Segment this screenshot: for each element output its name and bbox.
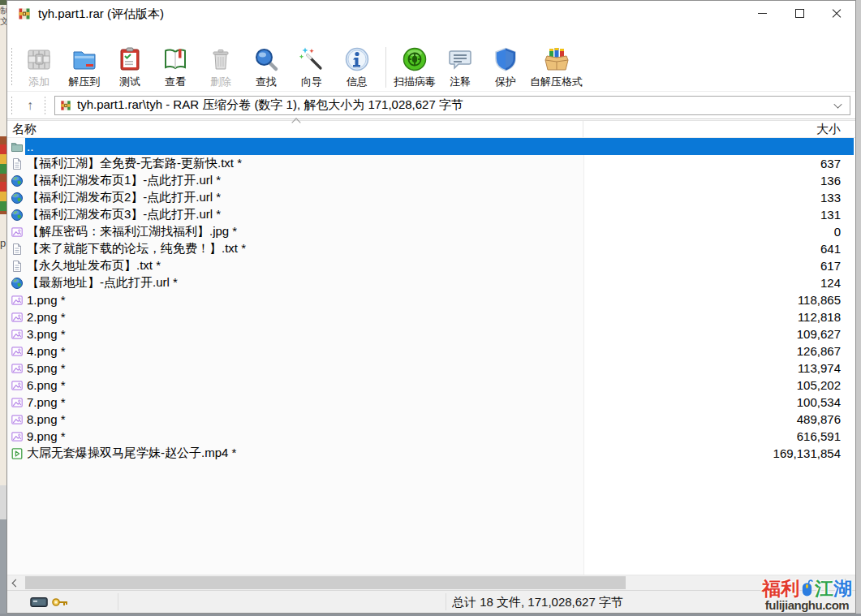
address-combobox[interactable]: tyh.part1.rar\tyh - RAR 压缩分卷 (数字 1), 解包大… bbox=[54, 96, 850, 115]
file-size: 105,202 bbox=[711, 378, 855, 392]
file-row[interactable]: 3.png * 109,627 bbox=[7, 325, 855, 342]
file-row[interactable]: 【福利江湖】全免费-无套路-更新快.txt * 637 bbox=[7, 155, 855, 172]
file-size: 617 bbox=[711, 259, 855, 273]
toolbar-button[interactable]: 扫描病毒 bbox=[392, 46, 437, 89]
close-icon bbox=[832, 9, 842, 19]
file-size: 0 bbox=[711, 225, 855, 239]
file-size: 109,627 bbox=[711, 327, 855, 341]
winrar-window: tyh.part1.rar (评估版本) 添加 解压到 bbox=[6, 0, 856, 614]
winrar-app-icon bbox=[17, 7, 32, 20]
file-type-icon bbox=[11, 157, 24, 170]
file-row[interactable]: 【福利江湖发布页2】-点此打开.url * 133 bbox=[7, 189, 855, 206]
file-row[interactable]: 4.png * 126,867 bbox=[7, 342, 855, 360]
toolbar-button-label: 保护 bbox=[495, 75, 516, 89]
column-header-size[interactable]: 大小 bbox=[583, 122, 855, 137]
file-size: 637 bbox=[711, 157, 855, 170]
file-row[interactable]: 6.png * 105,202 bbox=[7, 377, 855, 394]
address-bar-gripper[interactable] bbox=[11, 97, 13, 114]
toolbar-button-label: 添加 bbox=[28, 75, 50, 89]
toolbar-button[interactable]: 删除 bbox=[198, 46, 243, 89]
file-row[interactable]: 【福利江湖发布页1】-点此打开.url * 136 bbox=[7, 172, 855, 189]
toolbar-button-label: 自解压格式 bbox=[530, 75, 583, 89]
file-row[interactable]: 【福利江湖发布页3】-点此打开.url * 131 bbox=[7, 206, 855, 223]
scroll-left-button[interactable] bbox=[7, 575, 23, 590]
window-controls bbox=[743, 1, 855, 27]
toolbar-gripper[interactable] bbox=[11, 48, 13, 87]
maximize-button[interactable] bbox=[781, 1, 818, 26]
file-size: 489,876 bbox=[711, 412, 855, 426]
toolbar-button[interactable]: 测试 bbox=[107, 46, 153, 89]
statusbar-separator bbox=[446, 593, 446, 610]
file-type-icon bbox=[11, 396, 24, 409]
file-row[interactable]: 【来了就能下载的论坛，纯免费！】.txt * 641 bbox=[7, 240, 855, 257]
minimize-button[interactable] bbox=[743, 1, 781, 26]
toolbar-button-label: 查找 bbox=[256, 75, 277, 89]
toolbar-button[interactable]: 信息 bbox=[334, 46, 380, 89]
up-one-level-button[interactable]: ↑ bbox=[16, 96, 44, 115]
command-prompt-icon[interactable] bbox=[30, 596, 48, 609]
toolbar-button[interactable]: 解压到 bbox=[62, 46, 107, 89]
toolbar-button-icon bbox=[402, 46, 428, 72]
address-path: tyh.part1.rar\tyh - RAR 压缩分卷 (数字 1), 解包大… bbox=[77, 97, 829, 113]
file-row[interactable]: 大屌无套爆操双马尾学妹-赵公子.mp4 * 169,131,854 bbox=[7, 445, 855, 462]
totals-text: 总计 18 文件, 171,028,627 字节 bbox=[452, 595, 623, 610]
file-type-icon bbox=[11, 174, 24, 187]
toolbar-button-label: 信息 bbox=[347, 75, 368, 89]
desktop-fragment bbox=[0, 0, 6, 5]
toolbar: 添加 解压到 测试 查看 删除 查找 bbox=[7, 44, 855, 92]
toolbar-button-label: 测试 bbox=[119, 75, 140, 89]
address-bar-row: ↑ tyh.part1.rar\tyh - RAR 压缩分卷 (数字 1), 解… bbox=[7, 92, 855, 119]
watermark-text-right-a: 江 bbox=[815, 579, 833, 598]
toolbar-button[interactable]: 向导 bbox=[289, 46, 334, 89]
file-row[interactable]: 5.png * 113,974 bbox=[7, 360, 855, 377]
file-row[interactable]: 【永久地址发布页】.txt * 617 bbox=[7, 257, 855, 274]
file-size: 124 bbox=[711, 276, 855, 290]
file-name: 7.png * bbox=[27, 395, 711, 409]
file-name: 【福利江湖】全免费-无套路-更新快.txt * bbox=[27, 156, 711, 171]
toolbar-button-label: 删除 bbox=[210, 75, 231, 89]
toolbar-buttons: 添加 解压到 测试 查看 删除 查找 bbox=[16, 46, 584, 89]
file-row[interactable]: 【解压密码：来福利江湖找福利】.jpg * 0 bbox=[7, 223, 855, 240]
key-icon[interactable] bbox=[51, 596, 69, 609]
toolbar-button[interactable]: 注释 bbox=[437, 46, 483, 89]
file-name: 4.png * bbox=[27, 344, 711, 358]
file-row[interactable]: 7.png * 100,534 bbox=[7, 394, 855, 411]
address-bar-gripper[interactable] bbox=[44, 97, 46, 114]
file-size: 131 bbox=[711, 208, 855, 222]
desktop-icon-label-fragment: 制文 bbox=[0, 6, 6, 27]
file-name: 【最新地址】-点此打开.url * bbox=[27, 275, 711, 291]
file-row[interactable]: 8.png * 489,876 bbox=[7, 411, 855, 428]
scrollbar-thumb[interactable] bbox=[25, 576, 626, 589]
toolbar-button[interactable]: 添加 bbox=[16, 46, 62, 89]
desktop-background-strip: 制文 p bbox=[0, 0, 6, 616]
file-row[interactable]: 1.png * 118,865 bbox=[7, 291, 855, 308]
horizontal-scrollbar[interactable] bbox=[7, 575, 855, 590]
chevron-down-icon[interactable] bbox=[833, 100, 842, 108]
toolbar-button[interactable]: 查看 bbox=[153, 46, 198, 89]
file-row[interactable]: 9.png * 616,591 bbox=[7, 428, 855, 445]
toolbar-button-label: 注释 bbox=[450, 75, 471, 89]
file-name: .. bbox=[27, 140, 711, 153]
file-type-icon bbox=[11, 192, 24, 205]
file-type-icon bbox=[11, 243, 24, 256]
toolbar-button-icon bbox=[447, 46, 473, 72]
toolbar-button[interactable]: 自解压格式 bbox=[528, 46, 584, 89]
file-row[interactable]: .. bbox=[7, 138, 855, 155]
file-list: .. 【福利江湖】全免费-无套路-更新快.txt * 637 【福利江湖发布页1… bbox=[7, 138, 855, 575]
desktop-fragment bbox=[0, 485, 6, 519]
file-name: 【来了就能下载的论坛，纯免费！】.txt * bbox=[27, 241, 711, 256]
file-row[interactable]: 2.png * 112,818 bbox=[7, 308, 855, 325]
file-name: 8.png * bbox=[27, 412, 711, 426]
toolbar-button-icon bbox=[117, 46, 143, 72]
file-size: 169,131,854 bbox=[711, 446, 855, 460]
close-button[interactable] bbox=[818, 1, 855, 26]
toolbar-button-label: 向导 bbox=[301, 75, 322, 89]
file-name: 【解压密码：来福利江湖找福利】.jpg * bbox=[27, 224, 711, 239]
archive-icon bbox=[59, 100, 72, 111]
toolbar-button[interactable]: 查找 bbox=[243, 46, 289, 89]
toolbar-button[interactable]: 保护 bbox=[483, 46, 528, 89]
file-type-icon bbox=[11, 140, 24, 153]
desktop-icon-label-fragment: p bbox=[0, 237, 6, 249]
file-size: 133 bbox=[711, 191, 855, 205]
file-row[interactable]: 【最新地址】-点此打开.url * 124 bbox=[7, 274, 855, 291]
